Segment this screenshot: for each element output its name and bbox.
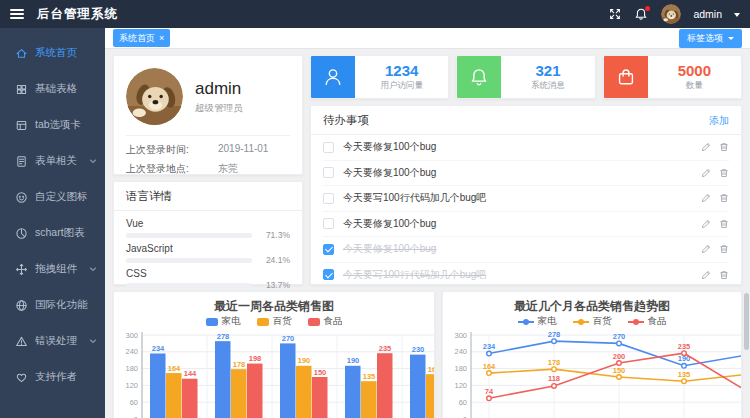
admin-dashboard-window: 后台管理系统 admin 系统首页基础表格tab选项卡表单相关自定义图标scha… [0,0,750,418]
sidebar-item-label: 表单相关 [35,154,77,168]
bar-chart-card: 最近一周各品类销售图 家电百货食品 060120180240300周一周二周三周… [113,291,435,418]
svg-text:278: 278 [217,332,230,341]
drag-icon [15,263,28,276]
sidebar-item[interactable]: 国际化功能 [0,287,105,323]
profile-role: 超级管理员 [195,102,243,115]
sidebar-item[interactable]: 基础表格 [0,71,105,107]
todo-checkbox[interactable] [323,142,334,153]
bar-chart-title: 最近一周各品类销售图 [114,292,434,313]
legend-item[interactable]: 家电 [206,315,241,328]
legend-marker [308,318,320,326]
legend-marker [257,318,269,326]
edit-icon[interactable] [701,244,711,254]
user-menu-caret-icon[interactable] [734,13,740,17]
todo-item: 今天要写100行代码加几个bug吧 [323,186,729,212]
language-name: Vue [126,218,290,229]
delete-icon[interactable] [719,270,729,280]
legend-item[interactable]: 食品 [628,315,667,328]
bar-chart-legend: 家电百货食品 [114,315,434,328]
chevron-down-icon [728,37,734,40]
last-login-place-row: 上次登录地点: 东莞 [126,162,290,176]
app-title: 后台管理系统 [37,6,118,23]
delete-icon[interactable] [719,168,729,178]
stats-row: 1234用户访问量321系统消息5000数量 [310,55,742,99]
notifications-button[interactable] [634,7,649,22]
svg-text:240: 240 [454,347,467,356]
svg-text:278: 278 [548,330,561,339]
todo-text: 今天要修复100个bug [343,217,701,231]
legend-marker [573,318,589,326]
legend-item[interactable]: 食品 [308,315,343,328]
todo-text: 今天要写100行代码加几个bug吧 [343,191,701,205]
bell-icon [468,66,490,88]
delete-icon[interactable] [719,219,729,229]
todo-card: 待办事项 添加 今天要修复100个bug今天要修复100个bug今天要写100行… [310,105,742,285]
username[interactable]: admin [693,8,722,20]
todo-checkbox[interactable] [323,193,334,204]
stat-card: 1234用户访问量 [310,55,449,99]
delete-icon[interactable] [719,193,729,203]
sidebar-item-label: schart图表 [35,226,85,240]
delete-icon[interactable] [719,142,729,152]
edit-icon[interactable] [701,193,711,203]
legend-label: 百货 [273,315,292,328]
legend-item[interactable]: 百货 [573,315,612,328]
scrollbar-thumb[interactable] [744,293,749,350]
delete-icon[interactable] [719,244,729,254]
svg-text:180: 180 [454,364,467,373]
todo-item: 今天要修复100个bug [323,212,729,238]
sidebar-item[interactable]: 拖拽组件 [0,251,105,287]
sidebar-item[interactable]: 系统首页 [0,35,105,71]
todo-add-button[interactable]: 添加 [709,114,729,128]
edit-icon[interactable] [701,168,711,178]
chart-icon [15,227,28,240]
i18n-icon [15,299,28,312]
close-icon[interactable]: × [159,34,164,43]
todo-checkbox[interactable] [323,218,334,229]
sidebar-item[interactable]: 自定义图标 [0,179,105,215]
progress-percent: 24.1% [260,255,290,265]
stat-label: 系统消息 [531,80,565,92]
avatar[interactable] [661,4,681,24]
stat-label: 用户访问量 [380,80,423,92]
sidebar-item[interactable]: schart图表 [0,215,105,251]
progress-percent: 71.3% [260,230,290,240]
form-icon [15,155,28,168]
sidebar-item-label: 基础表格 [35,82,77,96]
sidebar-item-label: tab选项卡 [35,118,81,132]
legend-marker [518,318,534,326]
menu-toggle-icon[interactable] [10,6,26,22]
todo-actions [701,168,729,178]
sidebar-item[interactable]: 表单相关 [0,143,105,179]
tab-options-button[interactable]: 标签选项 [679,29,742,48]
stat-card: 5000数量 [603,55,742,99]
tab-options-label: 标签选项 [687,32,723,45]
legend-label: 家电 [222,315,241,328]
sidebar-item[interactable]: 错误处理 [0,323,105,359]
last-login-time-row: 上次登录时间: 2019-11-01 [126,143,290,157]
edit-icon[interactable] [701,270,711,280]
main-area: 系统首页 × 标签选项 admin 超级管理员 [105,28,750,418]
last-login-place-label: 上次登录地点: [126,162,218,176]
content: admin 超级管理员 上次登录时间: 2019-11-01 上次登录地点: 东… [105,49,750,418]
edit-icon[interactable] [701,142,711,152]
edit-icon[interactable] [701,219,711,229]
svg-text:164: 164 [168,364,181,373]
stat-label: 数量 [686,80,703,92]
sidebar-item[interactable]: 支持作者 [0,359,105,395]
svg-text:200: 200 [613,352,626,361]
dog-photo [661,4,681,24]
todo-checkbox[interactable] [323,269,334,280]
sidebar-item[interactable]: tab选项卡 [0,107,105,143]
todo-checkbox[interactable] [323,167,334,178]
todo-checkbox[interactable] [323,244,334,255]
legend-item[interactable]: 家电 [518,315,557,328]
fullscreen-icon[interactable] [608,7,622,21]
tab-system-home[interactable]: 系统首页 × [113,29,170,47]
legend-item[interactable]: 百货 [257,315,292,328]
profile-card: admin 超级管理员 上次登录时间: 2019-11-01 上次登录地点: 东… [113,55,303,175]
todo-actions [701,219,729,229]
chevron-down-icon [89,265,97,273]
svg-text:135: 135 [363,372,376,381]
language-progress-row: Vue71.3% [126,218,290,240]
